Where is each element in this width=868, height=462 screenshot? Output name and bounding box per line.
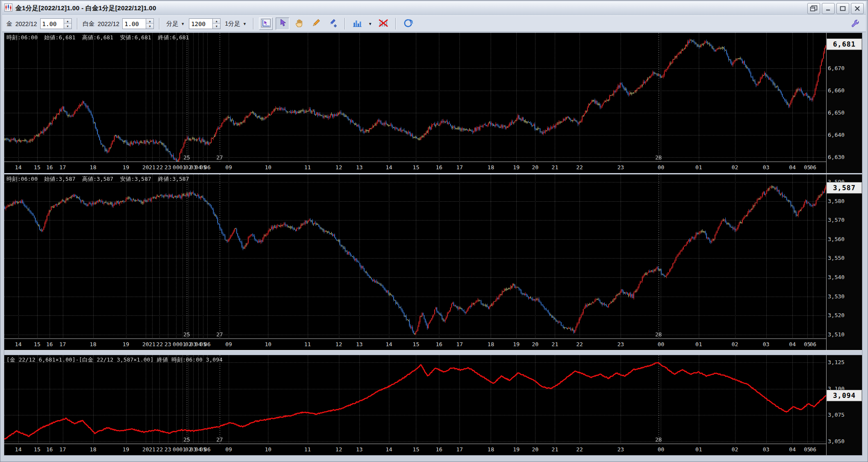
time-label: 00: [173, 164, 179, 171]
draw-line-button[interactable]: [309, 18, 323, 30]
refresh-icon: R: [403, 18, 413, 29]
spread-info-line: [金 22/12 6,681×1.00]-[白金 22/12 3,587×1.0…: [6, 356, 223, 364]
float-window-button[interactable]: [807, 3, 820, 14]
wrench-icon: [850, 18, 860, 29]
time-label: 17: [456, 164, 463, 171]
gold-ratio-up-button[interactable]: ▲: [64, 19, 71, 24]
time-label: 06: [809, 446, 816, 453]
time-label: 01: [695, 341, 702, 347]
platinum-ratio-input[interactable]: [123, 19, 146, 29]
marker-move-button[interactable]: [326, 18, 339, 30]
spread-chart-canvas[interactable]: [4, 355, 826, 444]
bar-count-down-button[interactable]: ▼: [213, 24, 220, 29]
pan-tool-button[interactable]: [292, 18, 306, 30]
time-label: 18: [488, 164, 494, 171]
time-label: 23: [165, 446, 171, 453]
time-label: 19: [123, 446, 129, 453]
day-label: 27: [216, 331, 223, 338]
price-tick-label: 3,560: [828, 236, 844, 242]
platinum-time-axis: 1415161718192021222300010203040506091011…: [4, 339, 826, 350]
window-title: 金1分足[2022/12]1.00 - 白金1分足[2022/12]1.00: [15, 4, 156, 12]
day-label: 25: [183, 436, 190, 443]
price-tick-label: 3,075: [828, 412, 844, 418]
time-label: 01: [695, 446, 702, 453]
time-label: 20: [532, 341, 538, 347]
gold-ratio-down-button[interactable]: ▼: [64, 24, 71, 29]
cursor-arrow-icon: [277, 18, 288, 29]
time-label: 21: [552, 446, 559, 453]
gold-contract-month: 2022/12: [15, 21, 37, 27]
time-label: 12: [335, 341, 342, 347]
time-label: 16: [435, 446, 442, 453]
bar-count-input[interactable]: [189, 19, 212, 29]
time-label: 21: [149, 341, 156, 347]
bar-count-up-button[interactable]: ▲: [213, 19, 220, 24]
price-tick-label: 6,670: [828, 65, 844, 71]
price-tick-label: 3,510: [828, 331, 844, 338]
platinum-symbol-label: 白金: [83, 20, 95, 28]
price-tick-label: 6,640: [828, 132, 844, 138]
maximize-button[interactable]: [836, 3, 849, 14]
time-label: 19: [123, 164, 129, 171]
time-label: 22: [576, 446, 583, 453]
time-label: 13: [356, 446, 363, 453]
time-label: 22: [576, 164, 583, 171]
platinum-chart-panel: 時刻:06:00 始値:3,587 高値:3,587 安値:3,587 終値:3…: [4, 174, 862, 350]
time-label: 15: [34, 164, 41, 171]
time-label: 00: [658, 164, 665, 171]
time-label: 10: [265, 446, 271, 453]
day-label: 27: [216, 154, 223, 161]
panel-splitter[interactable]: [4, 350, 862, 355]
time-label: 04: [789, 341, 796, 347]
window-controls: [807, 3, 864, 14]
title-bar: 金1分足[2022/12]1.00 - 白金1分足[2022/12]1.00: [2, 1, 866, 15]
gold-ratio-spinbox: ▲▼: [40, 18, 72, 29]
time-label: 19: [123, 341, 129, 347]
time-label: 03: [763, 341, 770, 347]
chart-style-dropdown-arrow[interactable]: ▼: [367, 21, 374, 27]
time-label: 20: [142, 446, 149, 453]
chart-style-button[interactable]: [350, 18, 364, 30]
interval-dropdown[interactable]: 1分足▼: [224, 19, 248, 29]
chevron-down-icon: ▼: [181, 22, 185, 26]
toolbar-separator: [395, 18, 396, 29]
close-button[interactable]: [851, 3, 864, 14]
platinum-ratio-up-button[interactable]: ▲: [146, 19, 153, 24]
price-tick-label: 3,520: [828, 312, 844, 318]
time-label: 21: [149, 446, 156, 453]
time-label: 00: [173, 446, 179, 453]
time-label: 22: [576, 341, 583, 347]
time-label: 06: [809, 341, 816, 347]
time-label: 06: [204, 164, 211, 171]
delete-chart-button[interactable]: [377, 18, 390, 30]
platinum-ratio-spinbox: ▲▼: [122, 18, 154, 29]
platinum-chart-canvas[interactable]: [4, 174, 826, 338]
current-price-badge: 3,094: [827, 390, 862, 401]
bar-type-dropdown[interactable]: 分足▼: [165, 19, 186, 29]
time-label: 18: [90, 446, 97, 453]
app-window: 金1分足[2022/12]1.00 - 白金1分足[2022/12]1.00 金…: [0, 0, 868, 462]
time-label: 13: [356, 341, 363, 347]
platinum-ratio-down-button[interactable]: ▼: [146, 24, 153, 29]
refresh-button[interactable]: R: [401, 18, 415, 30]
spread-chart-panel: [金 22/12 6,681×1.00]-[白金 22/12 3,587×1.0…: [4, 355, 862, 455]
time-label: 20: [532, 164, 538, 171]
time-label: 02: [732, 164, 739, 171]
time-label: 10: [265, 164, 271, 171]
gold-chart-canvas[interactable]: [4, 33, 826, 162]
axis-settings-button[interactable]: [259, 18, 273, 30]
time-label: 17: [456, 341, 463, 347]
price-tick-label: 3,570: [828, 217, 844, 223]
time-label: 17: [59, 164, 66, 171]
minimize-button[interactable]: [822, 3, 835, 14]
time-label: 21: [552, 341, 559, 347]
gold-ratio-input[interactable]: [41, 19, 64, 29]
settings-button[interactable]: [848, 18, 862, 30]
time-label: 01: [695, 164, 702, 171]
pencil-icon: [311, 18, 321, 29]
time-label: 02: [732, 341, 739, 347]
time-label: 23: [617, 164, 624, 171]
select-tool-button[interactable]: [276, 18, 289, 30]
gold-price-axis: 6,6306,6406,6506,6606,6706,681: [826, 33, 862, 173]
time-label: 17: [59, 341, 66, 347]
